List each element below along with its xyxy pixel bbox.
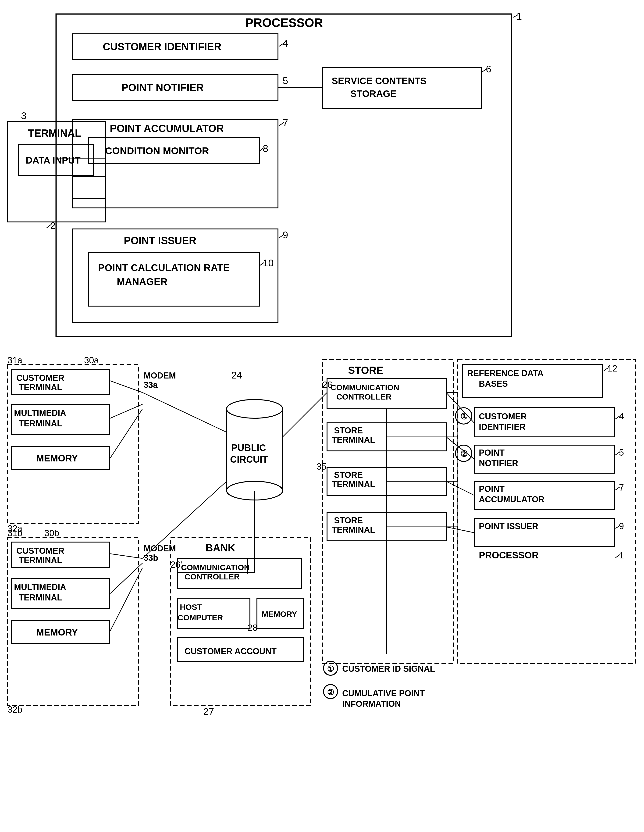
- store-terminal-1-label: STORE: [334, 426, 363, 435]
- svg-line-61: [110, 381, 142, 392]
- legend-circle-1: ①: [327, 664, 334, 674]
- reference-db-label2: BASES: [479, 379, 508, 389]
- num-27: 27: [203, 706, 214, 717]
- point-calc-label2: MANAGER: [117, 276, 168, 287]
- num-26: 26: [322, 380, 332, 390]
- num-10: 10: [263, 258, 274, 269]
- num-5-right: 5: [619, 448, 624, 458]
- num-8: 8: [263, 143, 268, 154]
- processor-right-label: PROCESSOR: [479, 550, 539, 560]
- service-contents-storage-label2: STORAGE: [350, 88, 396, 99]
- store-terminal-2-label: STORE: [334, 470, 363, 480]
- num-31a: 31a: [8, 355, 22, 365]
- modem-b-label: MODEM: [144, 544, 176, 553]
- multimedia-terminal-a-label: MULTIMEDIA: [14, 408, 66, 418]
- service-contents-storage-label: SERVICE CONTENTS: [332, 76, 427, 86]
- store-label: STORE: [348, 365, 384, 376]
- processor-label: PROCESSOR: [245, 16, 323, 29]
- num-1: 1: [516, 11, 522, 22]
- num-12: 12: [607, 363, 617, 373]
- customer-account-label: CUSTOMER ACCOUNT: [185, 646, 276, 656]
- customer-identifier-right-label: CUSTOMER: [479, 412, 527, 421]
- comm-controller-bank-label2: CONTROLLER: [185, 572, 240, 581]
- bank-label: BANK: [206, 542, 235, 554]
- customer-terminal-b-label2: TERMINAL: [19, 555, 62, 565]
- store-terminal-1-label2: TERMINAL: [332, 435, 375, 445]
- store-terminal-3-label: STORE: [334, 516, 363, 525]
- host-computer-label: HOST: [180, 603, 202, 611]
- modem-b-num: 33b: [144, 553, 158, 563]
- condition-monitor-label: CONDITION MONITOR: [105, 145, 209, 156]
- svg-rect-40: [322, 360, 453, 664]
- num-3: 3: [21, 110, 26, 121]
- store-terminal-2-label2: TERMINAL: [332, 480, 375, 489]
- svg-line-75: [446, 527, 474, 533]
- num-5-top: 5: [283, 75, 288, 86]
- diagram-container: PROCESSOR 1 CUSTOMER IDENTIFIER 4 POINT …: [0, 0, 644, 832]
- num-2: 2: [50, 220, 56, 231]
- memory-b-label: MEMORY: [36, 627, 78, 637]
- circle-1: ①: [460, 412, 468, 421]
- store-terminal-3-label2: TERMINAL: [332, 525, 375, 534]
- reference-db-label: REFERENCE DATA: [467, 368, 543, 378]
- point-issuer-label: POINT ISSUER: [124, 235, 197, 246]
- svg-rect-14: [89, 252, 259, 306]
- multimedia-terminal-b-label2: TERMINAL: [19, 593, 62, 602]
- point-accumulator-label: POINT ACCUMULATOR: [110, 123, 224, 134]
- point-accumulator-right-label2: ACCUMULATOR: [479, 494, 545, 504]
- svg-line-66: [110, 563, 142, 594]
- num-30a: 30a: [84, 355, 99, 365]
- customer-identifier-right-label2: IDENTIFIER: [479, 422, 526, 432]
- legend-circle-2: ②: [327, 688, 334, 697]
- num-9-right: 9: [619, 521, 624, 531]
- svg-line-69: [283, 392, 327, 437]
- num-32b: 32b: [8, 705, 22, 715]
- svg-line-74: [446, 481, 474, 495]
- point-calc-label: POINT CALCULATION RATE: [98, 262, 230, 273]
- customer-terminal-b-label: CUSTOMER: [16, 546, 64, 555]
- modem-a-label: MODEM: [144, 371, 176, 380]
- host-computer-label2: COMPUTER: [177, 613, 223, 622]
- customer-terminal-a-label2: TERMINAL: [19, 382, 62, 392]
- multimedia-terminal-b-label: MULTIMEDIA: [14, 582, 66, 592]
- comm-controller-store-label: COMMUNICATION: [331, 383, 399, 392]
- svg-rect-5: [322, 68, 481, 109]
- num-35: 35: [316, 462, 326, 472]
- svg-line-64: [142, 392, 227, 432]
- customer-identifier-label-top: CUSTOMER IDENTIFIER: [103, 41, 221, 52]
- point-issuer-right-label: POINT ISSUER: [479, 522, 538, 531]
- circle-2: ②: [460, 449, 468, 459]
- legend-1-label: CUSTOMER ID SIGNAL: [342, 664, 435, 674]
- point-notifier-right-label: POINT: [479, 448, 505, 458]
- svg-line-65: [110, 554, 142, 558]
- svg-point-27: [227, 400, 283, 418]
- svg-line-67: [110, 568, 142, 631]
- num-31b: 31b: [8, 528, 22, 538]
- num-28: 28: [248, 623, 257, 633]
- num-26prime: 26': [171, 560, 182, 570]
- data-input-label: DATA INPUT: [26, 155, 81, 165]
- num-30b: 30b: [45, 528, 59, 538]
- legend-2-label2: INFORMATION: [342, 699, 401, 709]
- legend-2-label: CUMULATIVE POINT: [342, 688, 425, 698]
- multimedia-terminal-a-label2: TERMINAL: [19, 419, 62, 428]
- public-circuit-label: PUBLIC: [231, 443, 266, 453]
- memory-a-label: MEMORY: [36, 453, 78, 463]
- num-1-right: 1: [619, 550, 624, 560]
- num-24: 24: [231, 370, 242, 381]
- svg-rect-45: [458, 360, 635, 664]
- memory-bank-label: MEMORY: [262, 610, 297, 618]
- public-circuit-label2: CIRCUIT: [230, 454, 268, 464]
- point-notifier-right-label2: NOTIFIER: [479, 458, 518, 468]
- comm-controller-store-label2: CONTROLLER: [336, 392, 392, 401]
- customer-terminal-a-label: CUSTOMER: [16, 373, 64, 383]
- point-notifier-label-top: POINT NOTIFIER: [121, 82, 204, 93]
- comm-controller-bank-label: COMMUNICATION: [181, 563, 250, 572]
- num-7-right: 7: [619, 483, 624, 493]
- svg-rect-0: [56, 14, 511, 336]
- point-accumulator-right-label: POINT: [479, 484, 505, 494]
- terminal-label: TERMINAL: [28, 127, 81, 139]
- modem-a-num: 33a: [144, 380, 158, 390]
